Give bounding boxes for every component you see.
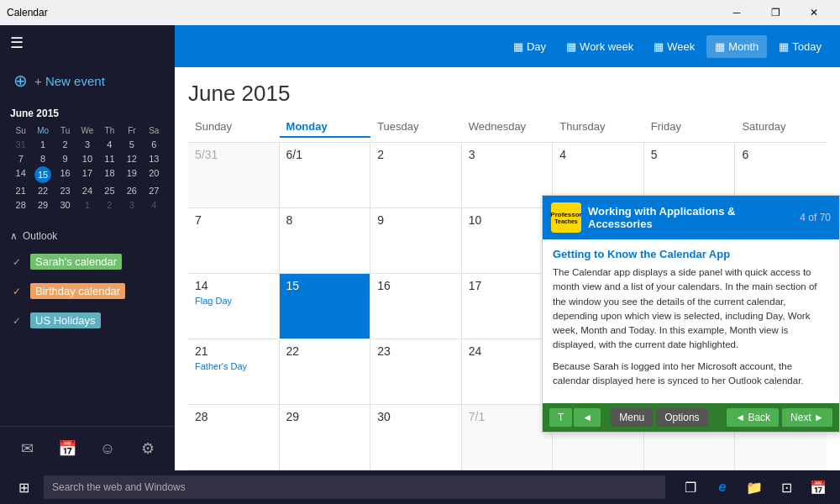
mini-cell[interactable]: 8 xyxy=(32,152,53,165)
mail-icon[interactable]: ✉ xyxy=(12,433,42,464)
month-label: Month xyxy=(728,40,759,53)
mini-cell[interactable]: 4 xyxy=(99,138,120,151)
mini-cell[interactable]: 29 xyxy=(32,198,53,212)
main-wrapper: ☰ ⊕ + New event June 2015 Su Mo Tu We Th… xyxy=(0,25,840,504)
flag-day-event[interactable]: Flag Day xyxy=(195,296,272,306)
popup-play-btn[interactable]: ◄ xyxy=(574,408,601,427)
mini-cell[interactable]: 2 xyxy=(55,138,76,151)
restore-btn[interactable]: ❐ xyxy=(756,0,795,25)
check-icon: ✓ xyxy=(10,255,24,269)
popup-options-btn[interactable]: Options xyxy=(656,408,707,427)
calendar-taskbar-icon[interactable]: 📅 xyxy=(803,472,833,502)
mini-cell[interactable]: 10 xyxy=(76,152,97,165)
cal-cell: 29 xyxy=(280,405,371,470)
cal-cell-today: 15 xyxy=(280,274,371,339)
mini-cell[interactable]: 14 xyxy=(10,166,31,183)
professor-popup: Professor Teaches Working with Applicati… xyxy=(542,195,840,433)
mini-cell[interactable]: 30 xyxy=(55,198,76,212)
mini-cell[interactable]: 7 xyxy=(10,152,31,165)
mini-cell[interactable]: 6 xyxy=(144,138,165,151)
week-label: Week xyxy=(667,40,695,53)
week-btn[interactable]: ▦ Week xyxy=(645,35,703,58)
mini-cell[interactable]: 22 xyxy=(32,184,53,197)
birthday-calendar-item[interactable]: ✓ Birthday calendar xyxy=(0,276,175,306)
people-icon[interactable]: ☺ xyxy=(92,433,123,464)
mini-cell[interactable]: 18 xyxy=(99,166,120,183)
mini-cell[interactable]: 20 xyxy=(144,166,165,183)
mini-cell[interactable]: 23 xyxy=(55,184,76,197)
mini-cell[interactable]: 3 xyxy=(121,198,142,212)
taskbar-icons: ❐ e 📁 ⊡ 📅 xyxy=(675,472,833,502)
popup-nav: ◄ Back Next ► xyxy=(727,408,832,427)
settings-icon[interactable]: ⚙ xyxy=(133,433,163,464)
day-icon: ▦ xyxy=(513,40,523,53)
today-btn[interactable]: ▦ Today xyxy=(770,35,830,58)
mini-cell[interactable]: 31 xyxy=(10,138,31,151)
mini-cell[interactable]: 19 xyxy=(121,166,142,183)
mini-cell[interactable]: 3 xyxy=(76,138,97,151)
mini-day-fr: Fr xyxy=(121,124,142,137)
mini-cell[interactable]: 1 xyxy=(32,138,53,151)
mini-cell[interactable]: 12 xyxy=(121,152,142,165)
mini-cell[interactable]: 26 xyxy=(121,184,142,197)
work-week-btn[interactable]: ▦ Work week xyxy=(558,35,642,58)
mini-cell[interactable]: 4 xyxy=(144,198,165,212)
outlook-group-header[interactable]: ∧ Outlook xyxy=(0,225,175,247)
popup-footer-icons: T ◄ xyxy=(549,408,601,427)
sarahs-calendar-item[interactable]: ✓ Sarah's calendar xyxy=(0,247,175,276)
mini-cell[interactable]: 24 xyxy=(76,184,97,197)
mini-cell[interactable]: 2 xyxy=(99,198,120,212)
start-button[interactable]: ⊞ xyxy=(7,470,40,504)
popup-menu-btn[interactable]: Menu xyxy=(611,408,653,427)
mini-cell[interactable]: 28 xyxy=(10,198,31,212)
mini-cell[interactable]: 27 xyxy=(144,184,165,197)
task-view-icon[interactable]: ❐ xyxy=(675,472,706,502)
store-icon[interactable]: ⊡ xyxy=(771,472,801,502)
content-wrapper: ☰ ⊕ + New event June 2015 Su Mo Tu We Th… xyxy=(0,25,840,470)
minimize-btn[interactable]: ─ xyxy=(717,0,756,25)
work-week-label: Work week xyxy=(580,40,633,53)
close-btn[interactable]: ✕ xyxy=(795,0,833,25)
cal-cell: 30 xyxy=(370,405,462,470)
today-icon: ▦ xyxy=(779,40,789,53)
popup-header-title: Working with Applications & Accessories xyxy=(588,205,793,230)
mini-cell[interactable]: 1 xyxy=(76,198,97,212)
calendar-groups: ∧ Outlook ✓ Sarah's calendar ✓ Birthday … xyxy=(0,218,175,426)
file-explorer-icon[interactable]: 📁 xyxy=(739,472,769,502)
calendar-footer-icon[interactable]: 📅 xyxy=(52,433,82,464)
mini-calendar: June 2015 Su Mo Tu We Th Fr Sa 31 1 2 3 … xyxy=(0,101,175,218)
fathers-day-event[interactable]: Father's Day xyxy=(195,361,272,371)
cal-cell: 14Flag Day xyxy=(188,274,280,339)
window-title: Calendar xyxy=(7,7,48,18)
new-event-button[interactable]: ⊕ + New event xyxy=(0,60,175,101)
mini-cell-today[interactable]: 15 xyxy=(34,166,51,183)
popup-t-btn[interactable]: T xyxy=(549,408,572,427)
cal-cell: 7 xyxy=(188,208,280,273)
us-holidays-item[interactable]: ✓ US Holidays xyxy=(0,306,175,335)
back-btn[interactable]: ◄ Back xyxy=(727,408,779,427)
cal-cell: 22 xyxy=(280,339,371,404)
outlook-label: Outlook xyxy=(23,230,57,242)
edge-icon[interactable]: e xyxy=(707,472,738,502)
header-tuesday: Tuesday xyxy=(370,117,462,137)
cal-cell: 24 xyxy=(462,339,554,404)
month-btn[interactable]: ▦ Month xyxy=(706,35,767,58)
mini-cell[interactable]: 21 xyxy=(10,184,31,197)
cal-cell: 28 xyxy=(188,405,280,470)
search-input[interactable] xyxy=(44,475,665,499)
mini-cell[interactable]: 13 xyxy=(144,152,165,165)
mini-cell[interactable]: 25 xyxy=(99,184,120,197)
title-bar: Calendar ─ ❐ ✕ xyxy=(0,0,840,25)
mini-cell[interactable]: 16 xyxy=(55,166,76,183)
mini-cell[interactable]: 11 xyxy=(99,152,120,165)
cal-header-row: Sunday Monday Tuesday Wednesday Thursday… xyxy=(188,117,827,143)
day-btn[interactable]: ▦ Day xyxy=(505,35,554,58)
mini-cell[interactable]: 17 xyxy=(76,166,97,183)
next-btn[interactable]: Next ► xyxy=(782,408,832,427)
hamburger-icon[interactable]: ☰ xyxy=(10,34,24,52)
mini-cell[interactable]: 9 xyxy=(55,152,76,165)
month-icon: ▦ xyxy=(715,40,725,53)
header-thursday: Thursday xyxy=(553,117,644,137)
new-event-label: + New event xyxy=(34,74,105,88)
mini-cell[interactable]: 5 xyxy=(121,138,142,151)
